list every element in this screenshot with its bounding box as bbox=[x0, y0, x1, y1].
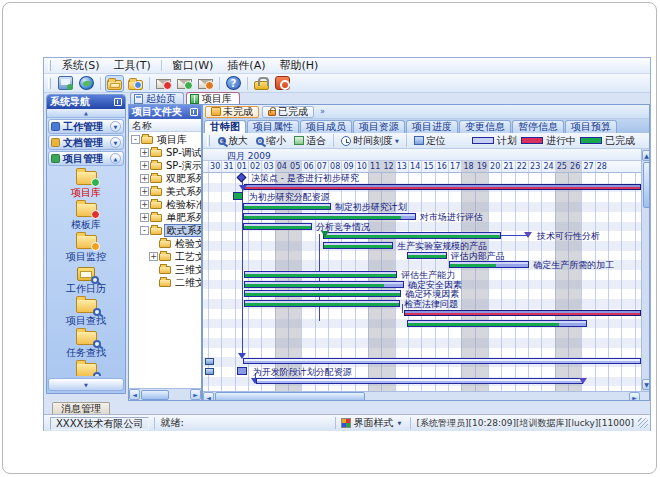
pin-icon[interactable] bbox=[190, 108, 198, 116]
timescale-button[interactable]: 时间刻度▼ bbox=[337, 134, 403, 148]
sidebar-group-3[interactable]: 项目管理▲ bbox=[48, 151, 124, 166]
menu-item-window[interactable]: 窗口(W) bbox=[165, 59, 220, 73]
tree-horizontal-scrollbar[interactable]: ◄ ► bbox=[129, 388, 201, 400]
gantt-vertical-scrollbar[interactable]: ▲ ▼ bbox=[641, 149, 650, 391]
scroll-down-icon[interactable]: ▼ bbox=[642, 379, 650, 390]
tree-node[interactable]: 检验文件 bbox=[129, 237, 201, 250]
task-bar[interactable] bbox=[243, 213, 416, 220]
tree-node[interactable]: 二维文件 bbox=[129, 276, 201, 289]
task-bar[interactable] bbox=[323, 242, 394, 249]
summary-bar[interactable] bbox=[404, 310, 641, 316]
collapse-icon[interactable]: - bbox=[140, 226, 149, 235]
view-tab[interactable]: 已完成 bbox=[262, 106, 314, 118]
exit-button[interactable] bbox=[273, 74, 292, 92]
expand-icon[interactable]: + bbox=[140, 148, 149, 157]
tree-node[interactable]: +单肥系列 bbox=[129, 211, 201, 224]
zoom-out-button[interactable]: -缩小 bbox=[252, 134, 290, 148]
sidebar-item[interactable]: 工作日历 bbox=[48, 267, 124, 294]
scroll-right-icon[interactable]: ► bbox=[190, 389, 201, 400]
summary-bar[interactable] bbox=[244, 184, 641, 190]
chevron-down-icon[interactable]: ▼ bbox=[110, 121, 121, 132]
task-bar[interactable] bbox=[233, 192, 243, 200]
scroll-thumb[interactable] bbox=[643, 162, 651, 208]
menu-item-tools[interactable]: 工具(T) bbox=[107, 59, 158, 73]
scroll-thumb[interactable] bbox=[215, 392, 365, 401]
scroll-up-icon[interactable]: ▲ bbox=[642, 150, 650, 161]
task-bar[interactable] bbox=[244, 300, 400, 307]
menu-item-help[interactable]: 帮助(H) bbox=[272, 59, 325, 73]
gantt-chart-area[interactable]: 决策点 - 是否进行初步研究为初步研究分配资源制定初步研究计划对市场进行评估分析… bbox=[203, 173, 641, 391]
mail-open-button[interactable] bbox=[175, 75, 194, 91]
tree-node[interactable]: +工艺文件 bbox=[129, 250, 201, 263]
expand-icon[interactable]: + bbox=[140, 187, 149, 196]
mail-alert-button[interactable] bbox=[154, 75, 173, 91]
locate-button[interactable]: 定位 bbox=[410, 134, 450, 148]
expand-icon[interactable]: + bbox=[140, 161, 149, 170]
menu-item-system[interactable]: 系统(S) bbox=[55, 59, 107, 73]
overflow-icon[interactable]: » bbox=[320, 107, 325, 116]
tree-node[interactable]: +SP-调试机系 bbox=[129, 146, 201, 159]
view-tab[interactable]: 未完成 bbox=[205, 106, 259, 118]
task-bar[interactable] bbox=[407, 320, 587, 327]
sidebar-item[interactable]: 模板库 bbox=[48, 203, 124, 230]
planned-bar[interactable] bbox=[256, 378, 583, 384]
folder-new-button[interactable] bbox=[126, 75, 145, 92]
tree-node[interactable]: +SP-演示机系 bbox=[129, 159, 201, 172]
gantt-horizontal-scrollbar[interactable]: ◄ ► bbox=[203, 391, 650, 401]
fit-button[interactable]: 适合 bbox=[290, 134, 330, 148]
resize-grip[interactable] bbox=[638, 418, 648, 428]
scroll-right-icon[interactable]: ► bbox=[629, 392, 640, 402]
task-bar[interactable] bbox=[323, 232, 502, 239]
tree-node[interactable]: 三维文件 bbox=[129, 263, 201, 276]
gantt-tab[interactable]: 变更信息 bbox=[459, 120, 511, 133]
sidebar-item[interactable]: 任务查找 bbox=[48, 331, 124, 358]
tree-node[interactable]: -欧式系列 bbox=[129, 224, 201, 237]
task-bar[interactable] bbox=[407, 252, 447, 259]
sidebar-item[interactable]: 项目文档查找 bbox=[48, 363, 124, 376]
scroll-left-icon[interactable]: ◄ bbox=[203, 392, 214, 402]
menu-item-plugins[interactable]: 插件(A) bbox=[220, 59, 272, 73]
caret-down-icon[interactable]: ▼ bbox=[398, 420, 402, 426]
sidebar-footer-group[interactable]: ▼ bbox=[48, 378, 124, 391]
tree-node[interactable]: +双肥系列 bbox=[129, 172, 201, 185]
task-bar[interactable] bbox=[243, 203, 331, 210]
sidebar-collapse-strip[interactable]: ▲ bbox=[47, 109, 125, 118]
expand-icon[interactable]: + bbox=[140, 174, 149, 183]
expand-icon[interactable]: + bbox=[140, 200, 149, 209]
chevron-up-icon[interactable]: ▲ bbox=[110, 153, 121, 164]
expand-icon[interactable]: + bbox=[149, 252, 158, 261]
sidebar-item[interactable]: 项目监控 bbox=[48, 235, 124, 262]
pin-icon[interactable] bbox=[114, 98, 122, 106]
zoom-in-button[interactable]: +放大 bbox=[214, 134, 252, 148]
gantt-tab[interactable]: 项目进度 bbox=[406, 120, 458, 133]
sidebar-group-1[interactable]: 工作管理▼ bbox=[48, 119, 124, 134]
task-bar[interactable] bbox=[244, 281, 404, 288]
tree-column-header[interactable]: 名称 bbox=[129, 119, 201, 132]
interface-style-button[interactable]: 界面样式 bbox=[354, 416, 394, 430]
gantt-tab[interactable]: 甘特图 bbox=[204, 120, 246, 133]
sidebar-group-2[interactable]: 文档管理▼ bbox=[48, 135, 124, 150]
tree-node[interactable]: +检验标准 bbox=[129, 198, 201, 211]
folder-open-button[interactable] bbox=[105, 75, 124, 92]
monitor-button[interactable] bbox=[56, 74, 75, 92]
gantt-tab[interactable]: 项目属性 bbox=[247, 120, 299, 133]
tree-node[interactable]: +美式系列 bbox=[129, 185, 201, 198]
task-bar[interactable] bbox=[243, 223, 312, 230]
task-bar[interactable] bbox=[244, 290, 401, 297]
collapse-icon[interactable]: - bbox=[131, 135, 140, 144]
sidebar-item[interactable]: 项目库 bbox=[48, 171, 124, 198]
gantt-tab[interactable]: 项目成员 bbox=[300, 120, 352, 133]
task-bar[interactable] bbox=[449, 261, 529, 268]
tree-node[interactable]: -项目库 bbox=[129, 133, 201, 146]
help-button[interactable] bbox=[224, 74, 243, 92]
gantt-tab[interactable]: 项目资源 bbox=[353, 120, 405, 133]
chevron-down-icon[interactable]: ▼ bbox=[110, 137, 121, 148]
scroll-thumb[interactable] bbox=[141, 390, 169, 400]
task-bar[interactable] bbox=[237, 367, 247, 375]
planned-bar[interactable] bbox=[243, 358, 641, 364]
task-bar[interactable] bbox=[244, 271, 397, 278]
globe-button[interactable] bbox=[77, 74, 96, 92]
mail-del-button[interactable] bbox=[196, 75, 215, 91]
expand-icon[interactable]: + bbox=[140, 213, 149, 222]
gantt-tab[interactable]: 项目预算 bbox=[565, 120, 617, 133]
